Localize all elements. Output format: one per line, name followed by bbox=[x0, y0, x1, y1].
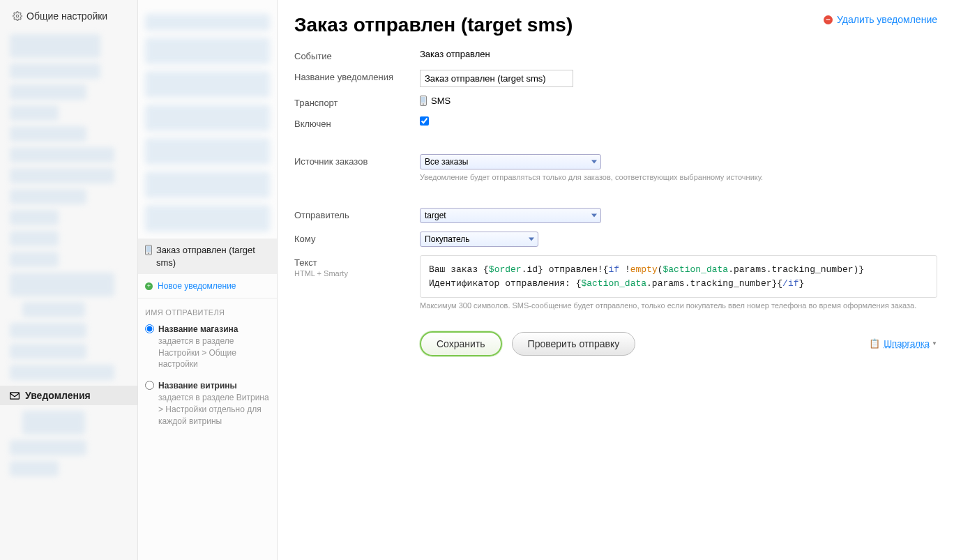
row-source: Источник заказов Все заказы Уведомление … bbox=[294, 154, 937, 183]
svg-point-7 bbox=[423, 103, 424, 105]
row-event: Событие Заказ отправлен bbox=[294, 49, 937, 61]
minus-icon: − bbox=[824, 15, 833, 24]
label-event: Событие bbox=[294, 49, 420, 61]
sender-name-section-title: ИМЯ ОТПРАВИТЕЛЯ bbox=[138, 298, 277, 321]
label-text: Текст HTML + Smarty bbox=[294, 255, 420, 278]
row-name: Название уведомления bbox=[294, 70, 937, 87]
button-row: Сохранить Проверить отправку 📋 Шпаргалка… bbox=[420, 331, 937, 356]
sidebar-item-blur[interactable] bbox=[22, 302, 85, 317]
recipient-select[interactable]: Покупатель bbox=[420, 232, 538, 247]
plus-icon: + bbox=[145, 282, 153, 290]
list-item-blur[interactable] bbox=[145, 14, 270, 31]
label-sender: Отправитель bbox=[294, 208, 420, 220]
sidebar-item-blur[interactable] bbox=[10, 365, 114, 380]
add-notification[interactable]: + Новое уведомление bbox=[138, 274, 277, 298]
svg-rect-1 bbox=[10, 392, 20, 398]
mail-icon bbox=[10, 392, 20, 400]
label-name: Название уведомления bbox=[294, 70, 420, 82]
delete-notification-link[interactable]: − Удалить уведомление bbox=[824, 14, 937, 25]
svg-rect-3 bbox=[146, 246, 151, 252]
chevron-down-icon: ▼ bbox=[932, 340, 937, 347]
svg-point-0 bbox=[16, 15, 19, 17]
sidebar-item-blur[interactable] bbox=[10, 126, 86, 142]
value-event: Заказ отправлен bbox=[420, 49, 937, 59]
row-enabled: Включен bbox=[294, 116, 937, 129]
list-item-blur[interactable] bbox=[145, 138, 270, 165]
label-source: Источник заказов bbox=[294, 154, 420, 167]
svg-point-4 bbox=[148, 252, 149, 254]
sidebar-item-blur[interactable] bbox=[10, 440, 86, 455]
row-text: Текст HTML + Smarty Ваш заказ {$order.id… bbox=[294, 255, 937, 311]
add-notification-label: Новое уведомление bbox=[158, 281, 236, 291]
value-transport: SMS bbox=[420, 96, 937, 106]
list-item-blur[interactable] bbox=[145, 105, 270, 131]
sidebar-header: Общие настройки bbox=[0, 7, 137, 29]
sidebar-item-blur[interactable] bbox=[10, 147, 114, 162]
sidebar-item-blur[interactable] bbox=[10, 168, 114, 183]
cheatsheet-label: Шпаргалка bbox=[884, 338, 930, 349]
nav-notifications-label: Уведомления bbox=[25, 390, 91, 401]
label-recipient: Кому bbox=[294, 232, 420, 244]
list-item-active[interactable]: Заказ отправлен (target sms) bbox=[138, 239, 277, 274]
page-header: Заказ отправлен (target sms) − Удалить у… bbox=[294, 14, 937, 36]
radio-shop-input[interactable] bbox=[145, 324, 154, 333]
sidebar-item-blur[interactable] bbox=[10, 461, 59, 476]
gear-icon bbox=[13, 11, 22, 21]
radio-storefront-text: Название витрины задается в разделе Витр… bbox=[158, 380, 270, 427]
sidebar-item-blur[interactable] bbox=[10, 344, 86, 359]
label-transport: Транспорт bbox=[294, 96, 420, 108]
save-button[interactable]: Сохранить bbox=[420, 331, 502, 356]
book-icon: 📋 bbox=[869, 338, 880, 349]
text-hint: Максимум 300 символов. SMS-сообщение буд… bbox=[420, 301, 937, 311]
label-enabled: Включен bbox=[294, 116, 420, 129]
sidebar-item-blur[interactable] bbox=[10, 252, 59, 267]
delete-link-label: Удалить уведомление bbox=[837, 14, 937, 25]
list-item-blur[interactable] bbox=[145, 205, 270, 232]
sidebar-item-blur[interactable] bbox=[10, 231, 59, 246]
page-title: Заказ отправлен (target sms) bbox=[294, 14, 573, 36]
sidebar-item-blur[interactable] bbox=[10, 63, 100, 79]
test-send-button[interactable]: Проверить отправку bbox=[512, 332, 636, 356]
left-sidebar: Общие настройки Уведомления bbox=[0, 0, 138, 560]
sender-name-radio-storefront[interactable]: Название витрины задается в разделе Витр… bbox=[138, 377, 277, 434]
cheatsheet-link[interactable]: 📋 Шпаргалка ▼ bbox=[869, 338, 937, 349]
sidebar-item-blur[interactable] bbox=[22, 411, 85, 434]
sender-select[interactable]: target bbox=[420, 208, 601, 223]
radio-storefront-input[interactable] bbox=[145, 381, 154, 390]
enabled-checkbox[interactable] bbox=[420, 116, 429, 126]
sidebar-header-label: Общие настройки bbox=[26, 10, 107, 22]
sms-text-editor[interactable]: Ваш заказ {$order.id} отправлен!{if !emp… bbox=[420, 255, 937, 298]
sidebar-item-blur[interactable] bbox=[10, 84, 86, 100]
phone-icon bbox=[145, 245, 152, 255]
source-select[interactable]: Все заказы bbox=[420, 154, 601, 169]
sender-name-radio-shop[interactable]: Название магазина задается в разделе Нас… bbox=[138, 321, 277, 377]
sidebar-item-blur[interactable] bbox=[10, 323, 86, 338]
notification-list: Заказ отправлен (target sms) + Новое уве… bbox=[138, 0, 278, 560]
sidebar-item-blur[interactable] bbox=[10, 34, 100, 58]
list-item-blur[interactable] bbox=[145, 38, 270, 64]
list-item-label: Заказ отправлен (target sms) bbox=[156, 244, 270, 268]
name-input[interactable] bbox=[420, 70, 573, 87]
list-item-blur[interactable] bbox=[145, 172, 270, 198]
source-hint: Уведомление будет отправляться только дл… bbox=[420, 172, 937, 183]
phone-icon bbox=[420, 96, 427, 106]
sidebar-item-blur[interactable] bbox=[10, 273, 114, 296]
sidebar-item-blur[interactable] bbox=[10, 189, 86, 204]
row-sender: Отправитель target bbox=[294, 208, 937, 223]
radio-shop-text: Название магазина задается в разделе Нас… bbox=[158, 324, 270, 370]
sidebar-item-blur[interactable] bbox=[10, 210, 59, 225]
main-content: Заказ отправлен (target sms) − Удалить у… bbox=[278, 0, 954, 560]
sidebar-item-blur[interactable] bbox=[10, 105, 59, 121]
row-recipient: Кому Покупатель bbox=[294, 232, 937, 247]
transport-text: SMS bbox=[431, 96, 450, 106]
row-transport: Транспорт SMS bbox=[294, 96, 937, 108]
list-item-blur[interactable] bbox=[145, 71, 270, 98]
nav-notifications[interactable]: Уведомления bbox=[0, 386, 137, 405]
svg-rect-6 bbox=[421, 97, 425, 103]
